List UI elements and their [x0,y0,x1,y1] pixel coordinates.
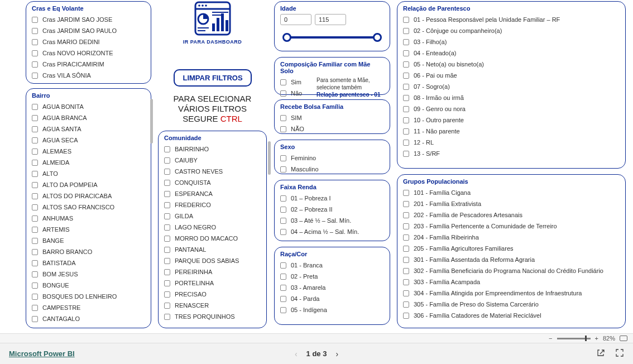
checkbox-option[interactable]: BAIRRINHO [164,143,261,155]
checkbox-icon[interactable] [32,193,38,199]
go-to-dashboard-link[interactable]: IR PARA DASHBOARD [158,1,267,45]
checkbox-icon[interactable] [164,247,170,253]
checkbox-option[interactable]: 304 - Família Atingida por Empreendiment… [403,288,620,299]
checkbox-option[interactable]: Cras JARDIM SAO PAULO [32,25,145,36]
checkbox-option[interactable]: ANHUMAS [32,213,145,224]
checkbox-option[interactable]: 03 – Até ½ – Sal. Mín. [280,215,384,226]
checkbox-icon[interactable] [280,307,286,313]
checkbox-icon[interactable] [32,204,38,210]
powerbi-link[interactable]: Microsoft Power BI [9,349,75,358]
checkbox-option[interactable]: Sim [280,76,317,88]
checkbox-icon[interactable] [403,50,409,56]
checkbox-option[interactable]: Não [280,88,317,99]
checkbox-option[interactable]: PORTELINHA [164,277,261,289]
checkbox-option[interactable]: ALTOS DO PIRACICABA [32,190,145,202]
checkbox-option[interactable]: ESPERANCA [164,188,261,199]
checkbox-icon[interactable] [164,224,170,231]
checkbox-icon[interactable] [32,149,38,155]
checkbox-option[interactable]: SIM [280,112,384,123]
checkbox-option[interactable]: Cras NOVO HORIZONTE [32,47,145,59]
checkbox-icon[interactable] [32,171,38,177]
checkbox-option[interactable]: CONQUISTA [164,177,261,188]
checkbox-icon[interactable] [280,79,286,85]
checkbox-icon[interactable] [32,182,38,188]
checkbox-icon[interactable] [403,39,409,45]
checkbox-icon[interactable] [280,296,286,302]
checkbox-option[interactable]: 04 - Parda [280,293,384,304]
checkbox-icon[interactable] [280,90,286,97]
checkbox-option[interactable]: ALMEIDA [32,157,145,168]
checkbox-icon[interactable] [32,282,38,289]
checkbox-option[interactable]: 305 - Família de Preso do Sistema Carcer… [403,299,620,310]
checkbox-option[interactable]: 101 - Família Cigana [403,187,620,198]
checkbox-icon[interactable] [164,202,170,208]
checkbox-icon[interactable] [403,223,409,229]
scrollbar-thumb[interactable] [150,99,153,143]
checkbox-icon[interactable] [280,218,286,224]
fit-to-page-icon[interactable] [620,336,627,341]
checkbox-option[interactable]: GILDA [164,210,261,222]
checkbox-icon[interactable] [403,106,409,112]
checkbox-icon[interactable] [164,191,170,197]
checkbox-option[interactable]: ALTO [32,168,145,179]
checkbox-icon[interactable] [403,279,409,285]
checkbox-option[interactable]: RENASCER [164,300,261,311]
checkbox-icon[interactable] [403,17,409,23]
checkbox-icon[interactable] [280,155,286,161]
checkbox-option[interactable]: 10 - Outro parente [403,114,620,126]
checkbox-icon[interactable] [32,238,38,244]
checkbox-option[interactable]: ALTOS SAO FRANCISCO [32,202,145,213]
checkbox-option[interactable]: 306 - Família Catadores de Material Reci… [403,310,620,321]
checkbox-option[interactable]: BONGUE [32,280,145,291]
checkbox-option[interactable]: 02 - Preta [280,271,384,282]
checkbox-option[interactable]: 07 - Sogro(a) [403,81,620,92]
checkbox-option[interactable]: 09 - Genro ou nora [403,103,620,114]
checkbox-icon[interactable] [32,249,38,255]
checkbox-option[interactable]: Masculino [280,164,384,175]
checkbox-icon[interactable] [164,169,170,175]
checkbox-option[interactable]: Cras MARIO DEDINI [32,36,145,47]
checkbox-option[interactable]: 303 - Família Acampada [403,276,620,288]
checkbox-icon[interactable] [403,268,409,274]
checkbox-option[interactable]: 02 – Pobreza II [280,204,384,215]
checkbox-option[interactable]: Cras JARDIM SAO JOSE [32,14,145,25]
checkbox-option[interactable]: 205 - Família Agricultores Familiares [403,243,620,254]
checkbox-icon[interactable] [32,61,38,68]
checkbox-icon[interactable] [403,201,409,207]
checkbox-option[interactable]: BATISTADA [32,257,145,269]
checkbox-icon[interactable] [280,229,286,235]
checkbox-icon[interactable] [164,213,170,219]
checkbox-option[interactable]: PRECISAO [164,289,261,300]
checkbox-icon[interactable] [32,294,38,300]
checkbox-icon[interactable] [403,95,409,101]
checkbox-icon[interactable] [164,269,170,275]
slider-thumb-max[interactable] [373,33,382,42]
checkbox-icon[interactable] [403,246,409,252]
checkbox-icon[interactable] [403,61,409,68]
checkbox-option[interactable]: CASTRO NEVES [164,166,261,177]
checkbox-icon[interactable] [403,190,409,196]
checkbox-icon[interactable] [403,128,409,135]
checkbox-option[interactable]: 03 - Filho(a) [403,36,620,47]
checkbox-option[interactable]: 201 - Família Extrativista [403,198,620,209]
checkbox-icon[interactable] [280,126,286,132]
checkbox-icon[interactable] [32,73,38,79]
checkbox-icon[interactable] [164,180,170,186]
checkbox-option[interactable]: 01 - Pessoa Responsável pela Unidade Fam… [403,14,620,25]
checkbox-option[interactable]: CAIUBY [164,155,261,166]
checkbox-icon[interactable] [164,303,170,309]
scrollbar-thumb[interactable] [268,141,271,175]
checkbox-option[interactable]: MORRO DO MACACO [164,233,261,244]
checkbox-option[interactable]: Feminino [280,152,384,164]
checkbox-option[interactable]: Cras VILA SÔNIA [32,70,145,81]
checkbox-option[interactable]: CAMPESTRE [32,302,145,313]
slider-thumb-min[interactable] [282,33,291,42]
checkbox-icon[interactable] [403,313,409,319]
checkbox-option[interactable]: BANGE [32,235,145,246]
checkbox-icon[interactable] [32,104,38,110]
checkbox-icon[interactable] [164,258,170,264]
checkbox-option[interactable]: 301 - Família Assentada da Reforma Agrar… [403,254,620,265]
checkbox-option[interactable]: AGUA SECA [32,135,145,146]
checkbox-icon[interactable] [32,215,38,222]
checkbox-icon[interactable] [32,137,38,143]
